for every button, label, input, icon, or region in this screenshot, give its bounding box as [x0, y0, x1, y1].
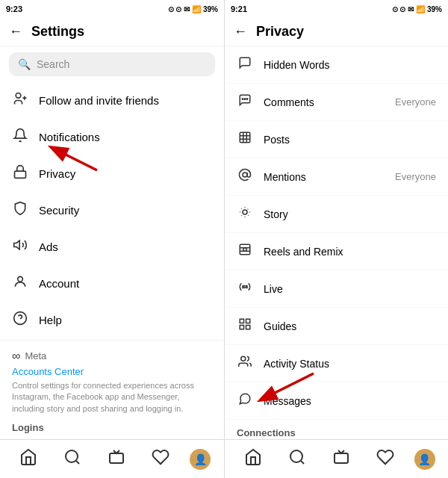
help-icon [12, 311, 28, 329]
account-label: Account [39, 277, 79, 290]
live-label: Live [264, 283, 436, 295]
menu-item-notifications[interactable]: Notifications [0, 119, 224, 155]
status-bar-right: 9:21 ⊙ ⊙ ✉ 📶 39% [225, 0, 448, 18]
search-bar[interactable]: 🔍 Search [9, 52, 215, 76]
nav-heart-left[interactable] [146, 448, 175, 471]
app-wrapper: 9:23 ⊙ ⊙ ✉ 📶 39% ← Settings 🔍 Search Fol… [0, 0, 448, 478]
time-left: 9:23 [6, 4, 22, 13]
bottom-nav-left: 👤 [0, 439, 224, 478]
mentions-icon [237, 168, 253, 185]
privacy-menu-list: Hidden Words Comments Everyone Posts [225, 46, 448, 439]
nav-camera-right[interactable] [326, 448, 356, 471]
menu-item-account[interactable]: Account [0, 265, 224, 302]
settings-panel: 9:23 ⊙ ⊙ ✉ 📶 39% ← Settings 🔍 Search Fol… [0, 0, 224, 478]
privacy-item-mentions[interactable]: Mentions Everyone [225, 158, 448, 196]
back-button-left[interactable]: ← [9, 24, 22, 40]
svg-point-41 [290, 450, 302, 462]
nav-profile-right[interactable]: 👤 [414, 449, 435, 470]
nav-home-right[interactable] [238, 448, 268, 471]
svg-line-42 [300, 460, 303, 463]
accounts-center-link[interactable]: Accounts Center [12, 366, 212, 377]
privacy-item-posts[interactable]: Posts [225, 121, 448, 158]
privacy-label: Privacy [39, 167, 75, 180]
svg-rect-32 [246, 326, 250, 329]
activity-label: Activity Status [264, 358, 436, 370]
privacy-item-story[interactable]: Story [225, 196, 448, 233]
menu-item-follow[interactable]: Follow and invite friends [0, 82, 224, 119]
settings-header: ← Settings [0, 18, 224, 46]
menu-item-help[interactable]: Help [0, 302, 224, 338]
privacy-item-comments[interactable]: Comments Everyone [225, 84, 448, 121]
menu-item-privacy[interactable]: Privacy [0, 155, 224, 192]
svg-point-22 [243, 173, 247, 177]
search-icon: 🔍 [18, 58, 31, 70]
menu-item-ads[interactable]: Ads [0, 229, 224, 265]
notifications-icon [12, 128, 28, 146]
nav-search-right[interactable] [282, 448, 312, 471]
back-button-right[interactable]: ← [234, 24, 247, 40]
svg-point-14 [244, 99, 246, 100]
privacy-item-messages[interactable]: Messages [225, 382, 448, 420]
story-icon [237, 205, 253, 223]
svg-point-11 [66, 450, 78, 462]
nav-home-left[interactable] [13, 448, 43, 471]
mentions-label: Mentions [264, 171, 385, 183]
meta-description: Control settings for connected experienc… [12, 380, 212, 415]
nav-camera-left[interactable] [102, 448, 131, 471]
search-placeholder: Search [37, 58, 69, 70]
security-icon [12, 201, 28, 220]
guides-label: Guides [264, 320, 436, 332]
status-icons-right: ⊙ ⊙ ✉ 📶 39% [392, 5, 442, 13]
privacy-item-live[interactable]: Live [225, 270, 448, 308]
comments-value: Everyone [395, 96, 436, 108]
nav-heart-right[interactable] [370, 448, 400, 471]
meta-section: ∞ Meta Accounts Center Control settings … [0, 340, 224, 439]
messages-icon [237, 392, 253, 409]
svg-point-0 [16, 93, 21, 99]
settings-menu-list: Follow and invite friends Notifications … [0, 82, 224, 340]
nav-search-left[interactable] [57, 448, 87, 471]
bottom-nav-right: 👤 [225, 439, 448, 478]
nav-profile-left[interactable]: 👤 [190, 449, 211, 470]
privacy-item-guides[interactable]: Guides [225, 308, 448, 345]
privacy-item-hidden-words[interactable]: Hidden Words [225, 46, 448, 84]
status-icons-left: ⊙ ⊙ ✉ 📶 39% [168, 5, 218, 13]
svg-point-5 [18, 276, 23, 282]
reels-label: Reels and Remix [264, 246, 436, 258]
svg-rect-17 [240, 132, 250, 143]
svg-point-23 [243, 210, 247, 214]
meta-logo: ∞ Meta [12, 350, 212, 363]
logins-label: Logins [12, 422, 212, 433]
activity-icon [237, 355, 253, 372]
svg-rect-31 [240, 326, 243, 329]
connections-section-label: Connections [225, 420, 448, 439]
time-right: 9:21 [231, 4, 247, 13]
svg-point-33 [241, 356, 246, 361]
meta-infinity-icon: ∞ [12, 350, 20, 363]
messages-label: Messages [264, 395, 436, 407]
comments-label: Comments [264, 96, 385, 108]
notifications-label: Notifications [39, 131, 100, 143]
hidden-words-label: Hidden Words [264, 59, 436, 71]
svg-rect-43 [335, 453, 348, 463]
svg-line-12 [75, 460, 78, 463]
meta-text: Meta [25, 350, 46, 361]
svg-rect-24 [240, 244, 250, 255]
follow-icon [12, 91, 28, 110]
svg-point-15 [242, 99, 243, 100]
account-icon [12, 274, 28, 293]
privacy-item-activity[interactable]: Activity Status [225, 345, 448, 382]
menu-item-security[interactable]: Security [0, 192, 224, 229]
svg-rect-13 [110, 453, 123, 463]
posts-label: Posts [264, 134, 426, 146]
mentions-value: Everyone [395, 171, 436, 182]
svg-point-16 [246, 99, 248, 100]
help-label: Help [39, 314, 62, 326]
hidden-words-icon [237, 56, 253, 73]
comments-icon [237, 93, 253, 111]
follow-label: Follow and invite friends [39, 94, 159, 107]
privacy-panel: 9:21 ⊙ ⊙ ✉ 📶 39% ← Privacy Hidden Words [224, 0, 448, 478]
ads-icon [12, 238, 28, 256]
privacy-item-reels[interactable]: Reels and Remix [225, 233, 448, 270]
privacy-title: Privacy [256, 24, 304, 40]
